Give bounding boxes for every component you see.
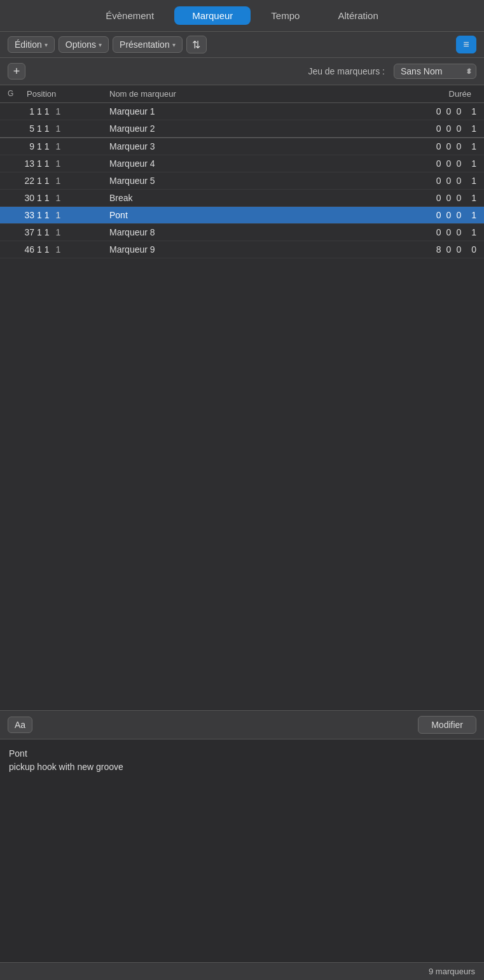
options-button[interactable]: Options ▾ — [59, 36, 109, 53]
dur-p1: 0 — [436, 227, 441, 237]
pos-beat: 1 — [37, 210, 42, 220]
dur-p3: 0 — [456, 176, 461, 186]
pos-extra: 1 — [56, 158, 61, 169]
dur-last: 1 — [471, 158, 476, 169]
tab-tempo[interactable]: Tempo — [253, 6, 317, 25]
marker-table: G Position Nom de marqueur Durée 1 1 1 1… — [0, 85, 484, 710]
header-duree: Durée — [375, 89, 476, 99]
pos-bar: 22 — [20, 176, 34, 186]
dur-p2: 0 — [446, 176, 452, 186]
pos-beat: 1 — [37, 141, 42, 151]
pos-bar: 5 — [20, 123, 34, 134]
pos-sub: 1 — [45, 106, 50, 116]
table-row[interactable]: 13 1 1 1 Marqueur 4 0 0 0 1 — [0, 155, 484, 172]
marker-set-row: + Jeu de marqueurs : Sans Nom ⬍ — [0, 58, 484, 85]
marker-set-select-wrapper: Sans Nom ⬍ — [394, 64, 476, 79]
dur-last: 1 — [471, 210, 476, 220]
tab-alteration[interactable]: Altération — [320, 6, 396, 25]
row-duration: 0 0 0 1 — [375, 227, 476, 237]
row-duration: 0 0 0 1 — [375, 123, 476, 134]
bottom-toolbar: Aa Modifier — [0, 711, 484, 739]
row-name: Marqueur 2 — [103, 123, 375, 134]
header-g: G — [8, 89, 20, 99]
edition-button[interactable]: Édition ▾ — [8, 36, 55, 53]
table-row[interactable]: 46 1 1 1 Marqueur 9 8 0 0 0 — [0, 241, 484, 258]
pos-sub: 1 — [45, 193, 50, 203]
pos-beat: 1 — [37, 123, 42, 134]
pos-extra: 1 — [56, 141, 61, 151]
row-duration: 8 0 0 0 — [375, 244, 476, 255]
dur-p1: 0 — [436, 141, 441, 151]
dur-p3: 0 — [456, 244, 461, 255]
pos-sub: 1 — [45, 141, 50, 151]
dur-p3: 0 — [456, 141, 461, 151]
row-position: 37 1 1 1 — [20, 227, 103, 237]
row-duration: 0 0 0 1 — [375, 106, 476, 116]
dur-p2: 0 — [446, 210, 452, 220]
table-row[interactable]: 30 1 1 1 Break 0 0 0 1 — [0, 190, 484, 207]
dur-last: 1 — [471, 176, 476, 186]
dur-last: 1 — [471, 123, 476, 134]
toolbar: Édition ▾ Options ▾ Présentation ▾ ⇅ ≡ — [0, 31, 484, 58]
pos-extra: 1 — [56, 176, 61, 186]
pos-extra: 1 — [56, 123, 61, 134]
bottom-panel: Aa Modifier Pont pickup hook with new gr… — [0, 710, 484, 962]
table-row[interactable]: 1 1 1 1 Marqueur 1 0 0 0 1 — [0, 103, 484, 120]
table-row[interactable]: 5 1 1 1 Marqueur 2 0 0 0 1 — [0, 120, 484, 137]
dur-last: 1 — [471, 106, 476, 116]
pos-beat: 1 — [37, 227, 42, 237]
options-label: Options — [66, 39, 96, 50]
pos-sub: 1 — [45, 227, 50, 237]
table-header: G Position Nom de marqueur Durée — [0, 85, 484, 103]
pos-beat: 1 — [37, 244, 42, 255]
note-area[interactable]: Pont pickup hook with new groove — [0, 739, 484, 962]
table-row[interactable]: 33 1 1 1 Pont 0 0 0 1 — [0, 207, 484, 224]
list-view-button[interactable]: ≡ — [456, 36, 476, 53]
table-row[interactable]: 37 1 1 1 Marqueur 8 0 0 0 1 — [0, 224, 484, 241]
dur-p1: 0 — [436, 193, 441, 203]
dur-p2: 0 — [446, 244, 452, 255]
tab-evenement[interactable]: Évènement — [88, 6, 172, 25]
pos-beat: 1 — [37, 158, 42, 169]
pos-beat: 1 — [37, 106, 42, 116]
marker-count: 9 marqueurs — [429, 967, 475, 976]
modifier-button[interactable]: Modifier — [418, 716, 476, 734]
row-duration: 0 0 0 1 — [375, 158, 476, 169]
dur-p3: 0 — [456, 123, 461, 134]
row-name: Break — [103, 193, 375, 203]
table-row[interactable]: 9 1 1 1 Marqueur 3 0 0 0 1 — [0, 137, 484, 155]
dur-last: 1 — [471, 193, 476, 203]
pos-bar: 30 — [20, 193, 34, 203]
filter-button[interactable]: ⇅ — [186, 36, 207, 53]
marker-set-select[interactable]: Sans Nom — [394, 64, 476, 79]
row-position: 46 1 1 1 — [20, 244, 103, 255]
row-duration: 0 0 0 1 — [375, 193, 476, 203]
list-icon: ≡ — [463, 39, 469, 50]
row-name: Marqueur 9 — [103, 244, 375, 255]
edition-label: Édition — [15, 39, 42, 50]
dur-p2: 0 — [446, 227, 452, 237]
status-bar: 9 marqueurs — [0, 962, 484, 980]
dur-p3: 0 — [456, 106, 461, 116]
font-button[interactable]: Aa — [8, 717, 32, 733]
presentation-button[interactable]: Présentation ▾ — [113, 36, 183, 53]
pos-beat: 1 — [37, 176, 42, 186]
header-position: Position — [20, 89, 103, 99]
row-name: Marqueur 5 — [103, 176, 375, 186]
row-position: 9 1 1 1 — [20, 141, 103, 151]
add-marker-button[interactable]: + — [8, 63, 25, 80]
dur-p2: 0 — [446, 106, 452, 116]
pos-sub: 1 — [45, 244, 50, 255]
edition-chevron: ▾ — [45, 41, 48, 48]
table-body: 1 1 1 1 Marqueur 1 0 0 0 1 5 1 1 1 Marqu… — [0, 103, 484, 258]
dur-last: 1 — [471, 227, 476, 237]
table-row[interactable]: 22 1 1 1 Marqueur 5 0 0 0 1 — [0, 172, 484, 190]
tab-marqueur[interactable]: Marqueur — [174, 6, 251, 25]
row-position: 1 1 1 1 — [20, 106, 103, 116]
dur-p2: 0 — [446, 141, 452, 151]
row-position: 13 1 1 1 — [20, 158, 103, 169]
row-name: Marqueur 4 — [103, 158, 375, 169]
marker-set-label: Jeu de marqueurs : — [31, 66, 385, 76]
row-position: 33 1 1 1 — [20, 210, 103, 220]
pos-extra: 1 — [56, 106, 61, 116]
